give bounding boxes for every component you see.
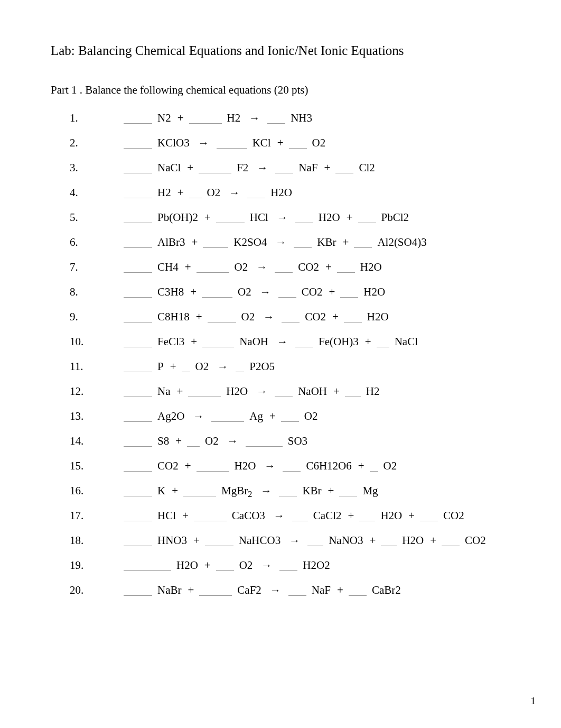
coefficient-blank[interactable]: [124, 537, 152, 546]
coefficient-blank[interactable]: [183, 487, 216, 496]
coefficient-blank[interactable]: [124, 114, 152, 124]
chemical-formula: H2O: [223, 386, 251, 397]
equation-body: KClO3→KCl+O2: [121, 137, 329, 149]
coefficient-blank[interactable]: [124, 139, 152, 149]
coefficient-blank[interactable]: [246, 437, 283, 447]
coefficient-blank[interactable]: [279, 487, 297, 496]
coefficient-blank[interactable]: [420, 512, 438, 521]
coefficient-blank[interactable]: [203, 238, 228, 248]
chemical-formula: KClO3: [154, 137, 193, 149]
equation-number: 14.: [70, 436, 104, 447]
coefficient-blank[interactable]: [289, 139, 307, 149]
coefficient-blank[interactable]: [236, 363, 244, 372]
coefficient-blank[interactable]: [124, 338, 152, 347]
coefficient-blank[interactable]: [124, 388, 152, 397]
equation-body: FeCl3+NaOH→Fe(OH)3+NaCl: [121, 336, 421, 347]
equation-body: AlBr3+K2SO4→KBr+Al2(SO4)3: [121, 237, 430, 248]
chemical-formula: K: [154, 485, 169, 496]
coefficient-blank[interactable]: [124, 288, 152, 298]
coefficient-blank[interactable]: [202, 288, 232, 298]
coefficient-blank[interactable]: [189, 189, 202, 198]
coefficient-blank[interactable]: [124, 462, 152, 472]
chemical-formula: H2O: [399, 535, 427, 546]
coefficient-blank[interactable]: [288, 586, 306, 596]
coefficient-blank[interactable]: [124, 437, 152, 447]
coefficient-blank[interactable]: [340, 288, 358, 298]
coefficient-blank[interactable]: [267, 114, 285, 124]
coefficient-blank[interactable]: [278, 288, 296, 298]
coefficient-blank[interactable]: [377, 338, 389, 347]
coefficient-blank[interactable]: [189, 114, 222, 124]
coefficient-blank[interactable]: [199, 164, 231, 173]
chemical-formula: HCl: [154, 510, 179, 521]
coefficient-blank[interactable]: [282, 313, 300, 322]
plus-sign: +: [405, 510, 418, 521]
coefficient-blank[interactable]: [202, 338, 234, 347]
chemical-formula: H2O: [357, 262, 385, 273]
coefficient-blank[interactable]: [354, 238, 372, 248]
coefficient-blank[interactable]: [370, 462, 378, 472]
coefficient-blank[interactable]: [295, 214, 313, 223]
coefficient-blank[interactable]: [283, 462, 301, 472]
chemical-formula: O2: [301, 411, 321, 422]
coefficient-blank[interactable]: [216, 561, 234, 571]
coefficient-blank[interactable]: [197, 462, 229, 472]
coefficient-blank[interactable]: [344, 313, 362, 322]
equation-row: 9.C8H18+O2→CO2+H2O: [70, 311, 510, 322]
coefficient-blank[interactable]: [339, 487, 357, 496]
coefficient-blank[interactable]: [205, 537, 233, 546]
coefficient-blank[interactable]: [349, 586, 367, 596]
coefficient-blank[interactable]: [381, 537, 397, 546]
coefficient-blank[interactable]: [182, 363, 190, 372]
coefficient-blank[interactable]: [197, 263, 229, 273]
equation-number: 3.: [70, 162, 104, 173]
coefficient-blank[interactable]: [275, 164, 293, 173]
coefficient-blank[interactable]: [208, 313, 236, 322]
coefficient-blank[interactable]: [359, 512, 375, 521]
coefficient-blank[interactable]: [211, 412, 244, 422]
coefficient-blank[interactable]: [124, 238, 152, 248]
coefficient-blank[interactable]: [292, 512, 308, 521]
chemical-formula: H2: [363, 386, 383, 397]
coefficient-blank[interactable]: [275, 263, 293, 273]
chemical-formula: CO2: [154, 460, 182, 472]
coefficient-blank[interactable]: [124, 164, 152, 173]
coefficient-blank[interactable]: [194, 512, 227, 521]
coefficient-blank[interactable]: [217, 139, 247, 149]
coefficient-blank[interactable]: [124, 512, 152, 521]
coefficient-blank[interactable]: [294, 238, 312, 248]
coefficient-blank[interactable]: [124, 263, 152, 273]
chemical-formula: H2O: [377, 510, 405, 521]
coefficient-blank[interactable]: [216, 214, 245, 223]
coefficient-blank[interactable]: [124, 313, 152, 322]
coefficient-blank[interactable]: [124, 561, 171, 571]
coefficient-blank[interactable]: [247, 189, 265, 198]
chemical-formula: CO2: [462, 535, 489, 546]
coefficient-blank[interactable]: [124, 214, 152, 223]
equation-body: CH4+O2→CO2+H2O: [121, 262, 385, 273]
coefficient-blank[interactable]: [307, 537, 323, 546]
coefficient-blank[interactable]: [124, 189, 152, 198]
coefficient-blank[interactable]: [188, 388, 221, 397]
plus-sign: +: [334, 585, 347, 596]
equation-body: HCl+CaCO3→CaCl2+H2O+CO2: [121, 510, 467, 521]
coefficient-blank[interactable]: [199, 586, 232, 596]
coefficient-blank[interactable]: [187, 437, 200, 447]
coefficient-blank[interactable]: [275, 388, 293, 397]
coefficient-blank[interactable]: [281, 412, 299, 422]
coefficient-blank[interactable]: [124, 487, 152, 496]
plus-sign: +: [185, 585, 198, 596]
chemical-formula: C3H8: [154, 287, 187, 298]
coefficient-blank[interactable]: [279, 561, 297, 571]
reaction-arrow-icon: →: [256, 560, 277, 571]
plus-sign: +: [187, 287, 200, 298]
coefficient-blank[interactable]: [442, 537, 460, 546]
coefficient-blank[interactable]: [335, 164, 353, 173]
coefficient-blank[interactable]: [295, 338, 313, 347]
coefficient-blank[interactable]: [345, 388, 361, 397]
coefficient-blank[interactable]: [124, 586, 152, 596]
coefficient-blank[interactable]: [358, 214, 376, 223]
coefficient-blank[interactable]: [124, 363, 152, 372]
coefficient-blank[interactable]: [337, 263, 355, 273]
coefficient-blank[interactable]: [124, 412, 152, 422]
